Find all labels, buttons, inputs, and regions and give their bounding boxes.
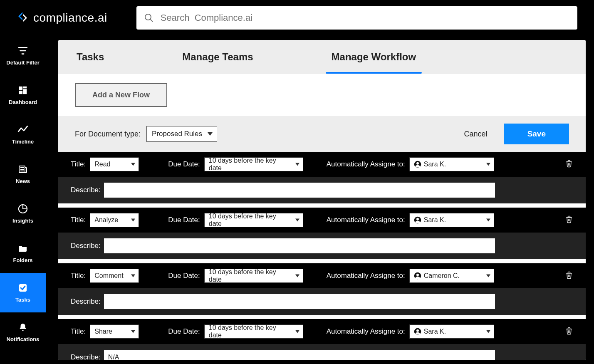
- bell-icon: [17, 322, 28, 333]
- flow-row: Title: Analyze Due Date: 10 days before …: [58, 208, 586, 259]
- sidebar-item-tasks[interactable]: Tasks: [0, 273, 46, 312]
- sidebar-item-news[interactable]: News: [0, 154, 46, 194]
- assignee-value: Cameron C.: [424, 272, 460, 280]
- delete-flow-button[interactable]: [565, 326, 573, 337]
- header: compliance.ai: [0, 0, 594, 36]
- title-select[interactable]: Read: [90, 157, 139, 171]
- brand-text: compliance.ai: [33, 11, 107, 25]
- due-date-value: 10 days before the key date: [209, 157, 290, 172]
- flow-describe-row: Describe:: [58, 344, 586, 360]
- title-select[interactable]: Comment: [90, 269, 139, 283]
- trash-icon: [565, 215, 573, 224]
- title-label: Title:: [71, 216, 86, 224]
- svg-point-13: [416, 162, 419, 165]
- filter-row: For Document type: Proposed Rules Cancel…: [58, 116, 586, 152]
- sidebar-item-label: Tasks: [15, 297, 30, 303]
- delete-flow-button[interactable]: [565, 270, 573, 281]
- document-type-label: For Document type:: [75, 130, 141, 139]
- svg-rect-3: [23, 87, 27, 89]
- tab-manage-teams[interactable]: Manage Teams: [181, 51, 255, 63]
- describe-input[interactable]: [104, 238, 495, 253]
- sidebar-item-folders[interactable]: Folders: [0, 233, 46, 273]
- chevron-down-icon: [486, 219, 490, 222]
- due-date-select[interactable]: 10 days before the key date: [204, 269, 303, 283]
- tabs: Tasks Manage Teams Manage Workflow: [58, 40, 586, 74]
- due-date-label: Due Date:: [168, 272, 200, 280]
- sidebar-item-label: Default Filter: [6, 59, 39, 66]
- trash-icon: [565, 326, 573, 335]
- sidebar-item-insights[interactable]: Insights: [0, 194, 46, 233]
- due-date-value: 10 days before the key date: [209, 213, 290, 228]
- search-bar[interactable]: [136, 6, 577, 30]
- chevron-down-icon: [295, 330, 299, 333]
- chevron-down-icon: [295, 219, 299, 222]
- sidebar-item-default-filter[interactable]: Default Filter: [0, 36, 46, 75]
- search-input[interactable]: [161, 12, 570, 23]
- cancel-button[interactable]: Cancel: [464, 130, 488, 139]
- insights-icon: [17, 203, 28, 214]
- title-label: Title:: [71, 160, 86, 168]
- assignee-label: Automatically Assigne to:: [327, 327, 405, 336]
- tab-manage-workflow[interactable]: Manage Workflow: [330, 51, 418, 63]
- delete-flow-button[interactable]: [565, 215, 573, 225]
- flow-row: Title: Comment Due Date: 10 days before …: [58, 263, 586, 315]
- person-icon: [414, 161, 421, 168]
- person-icon: [414, 328, 421, 335]
- title-value: Analyze: [94, 216, 118, 224]
- person-icon: [414, 216, 421, 224]
- due-date-select[interactable]: 10 days before the key date: [204, 157, 303, 171]
- filter-icon: [17, 45, 28, 56]
- describe-label: Describe:: [71, 186, 101, 194]
- title-value: Read: [94, 161, 110, 168]
- due-date-label: Due Date:: [168, 216, 200, 224]
- delete-flow-button[interactable]: [565, 159, 573, 170]
- svg-point-21: [416, 274, 419, 276]
- due-date-label: Due Date:: [168, 160, 200, 168]
- logo: compliance.ai: [17, 11, 107, 25]
- sidebar-item-label: Insights: [12, 218, 33, 224]
- describe-label: Describe:: [71, 353, 101, 360]
- panel: Tasks Manage Teams Manage Workflow Add a…: [58, 40, 586, 360]
- document-type-value: Proposed Rules: [152, 130, 202, 138]
- due-date-value: 10 days before the key date: [209, 268, 290, 283]
- assignee-value: Sara K.: [424, 161, 446, 168]
- title-value: Share: [94, 328, 112, 335]
- due-date-select[interactable]: 10 days before the key date: [204, 213, 303, 227]
- sidebar-item-label: Timeline: [12, 139, 34, 145]
- sidebar: Default Filter Dashboard Timeline News I…: [0, 36, 46, 364]
- trash-icon: [565, 270, 573, 280]
- assignee-select[interactable]: Sara K.: [409, 157, 494, 171]
- title-select[interactable]: Share: [90, 324, 139, 339]
- sidebar-item-label: Dashboard: [9, 99, 37, 105]
- describe-input[interactable]: [104, 294, 495, 309]
- folder-icon: [17, 243, 28, 254]
- sidebar-item-label: Folders: [13, 257, 33, 263]
- flow-describe-row: Describe:: [58, 177, 586, 203]
- save-button[interactable]: Save: [504, 124, 569, 144]
- sidebar-item-timeline[interactable]: Timeline: [0, 115, 46, 154]
- tab-tasks[interactable]: Tasks: [75, 51, 106, 63]
- assignee-select[interactable]: Cameron C.: [409, 269, 494, 283]
- assignee-label: Automatically Assigne to:: [327, 216, 405, 224]
- title-select[interactable]: Analyze: [90, 213, 139, 227]
- sidebar-item-notifications[interactable]: Notifications: [0, 312, 46, 352]
- sidebar-item-label: Notifications: [7, 336, 40, 342]
- chevron-down-icon: [486, 163, 490, 166]
- flow-header: Title: Read Due Date: 10 days before the…: [58, 152, 586, 177]
- assignee-select[interactable]: Sara K.: [409, 213, 494, 227]
- svg-rect-2: [19, 87, 22, 90]
- describe-input[interactable]: [104, 350, 495, 360]
- title-label: Title:: [71, 272, 86, 280]
- add-new-flow-button[interactable]: Add a New Flow: [75, 83, 167, 107]
- due-date-select[interactable]: 10 days before the key date: [204, 324, 303, 339]
- describe-input[interactable]: [104, 183, 495, 198]
- assignee-value: Sara K.: [424, 328, 446, 335]
- document-type-select[interactable]: Proposed Rules: [146, 126, 217, 142]
- assignee-label: Automatically Assigne to:: [327, 160, 405, 168]
- dashboard-icon: [17, 85, 28, 96]
- assignee-select[interactable]: Sara K.: [409, 324, 494, 339]
- describe-label: Describe:: [71, 297, 101, 306]
- sidebar-item-dashboard[interactable]: Dashboard: [0, 75, 46, 115]
- flow-row: Title: Share Due Date: 10 days before th…: [58, 319, 586, 360]
- due-date-label: Due Date:: [168, 327, 200, 336]
